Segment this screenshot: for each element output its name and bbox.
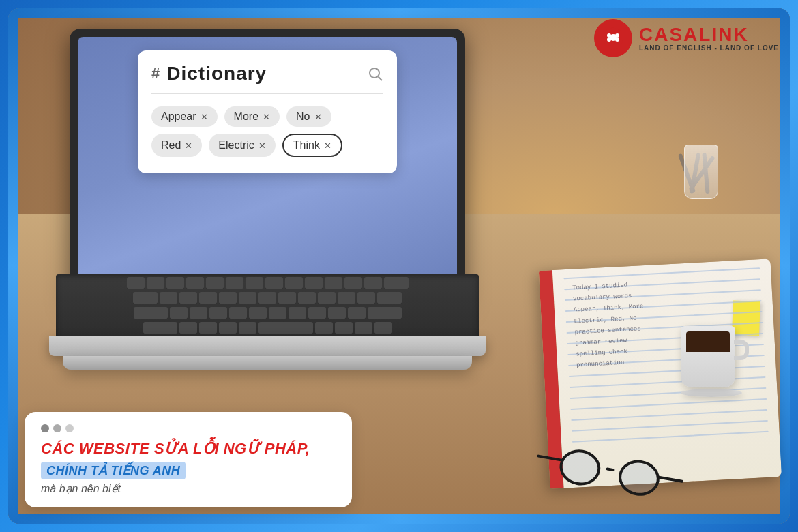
- svg-point-2: [615, 33, 619, 38]
- vase: [684, 145, 718, 199]
- tag-appear[interactable]: Appear ✕: [151, 106, 218, 127]
- kb-key: [269, 307, 286, 319]
- tags-area: Appear ✕ More ✕ No ✕: [151, 106, 383, 157]
- cup-coffee: [686, 331, 730, 352]
- kb-key: [305, 277, 323, 289]
- kb-key: [285, 277, 303, 289]
- dictionary-box: # Dictionary Appear ✕: [138, 50, 397, 173]
- tag-no[interactable]: No ✕: [286, 106, 331, 127]
- dot-3: [65, 424, 74, 432]
- tag-electric[interactable]: Electric ✕: [209, 134, 275, 157]
- tag-think[interactable]: Think ✕: [282, 134, 342, 157]
- kb-key: [209, 307, 227, 319]
- svg-line-6: [379, 77, 383, 81]
- kb-key: [186, 277, 204, 289]
- kb-key: [219, 322, 237, 334]
- kb-key: [170, 307, 188, 319]
- search-row: # Dictionary: [151, 63, 383, 94]
- kb-key: [239, 322, 256, 334]
- hash-icon: #: [151, 65, 160, 83]
- kb-key: [278, 292, 296, 304]
- logo-text-area: CASALINK LAND OF ENGLISH - LAND OF LOVE: [639, 25, 779, 52]
- coffee-cup: [681, 326, 742, 401]
- kb-key: [199, 322, 217, 334]
- kb-key: [239, 292, 256, 304]
- kb-key: [355, 322, 372, 334]
- kb-key: [258, 292, 276, 304]
- tag-no-close[interactable]: ✕: [314, 112, 322, 122]
- tag-more[interactable]: More ✕: [224, 106, 280, 127]
- dictionary-title: Dictionary: [166, 63, 360, 85]
- kb-key: [127, 277, 145, 289]
- kb-key: [338, 292, 355, 304]
- inner-container: CASALINK LAND OF ENGLISH - LAND OF LOVE …: [8, 8, 790, 524]
- kb-key: [226, 277, 243, 289]
- cup-saucer: [681, 389, 742, 397]
- brand-name: CASALINK: [639, 25, 779, 44]
- cup-body: [681, 326, 735, 387]
- kb-key: [289, 307, 306, 319]
- laptop-bottom: [63, 356, 472, 370]
- kb-key: [166, 277, 184, 289]
- kb-key: [134, 307, 168, 319]
- tag-think-label: Think: [293, 139, 320, 151]
- border-top: [8, 8, 790, 18]
- search-icon: [367, 65, 383, 82]
- kb-key: [315, 322, 333, 334]
- dots-row: [41, 424, 336, 432]
- kb-key: [133, 292, 158, 304]
- svg-point-3: [607, 38, 611, 42]
- dot-1: [41, 424, 49, 432]
- kb-key: [384, 277, 409, 289]
- kb-key: [368, 307, 402, 319]
- kb-key: [179, 292, 197, 304]
- laptop-screen: # Dictionary Appear ✕: [78, 37, 457, 293]
- kb-key: [249, 307, 267, 319]
- outer-border: CASALINK LAND OF ENGLISH - LAND OF LOVE …: [0, 0, 798, 532]
- kb-key: [377, 292, 402, 304]
- tag-more-close[interactable]: ✕: [263, 112, 270, 122]
- tag-more-label: More: [234, 110, 258, 123]
- notebook-line: [572, 420, 768, 432]
- laptop: # Dictionary Appear ✕: [49, 29, 499, 411]
- kb-key: [344, 277, 362, 289]
- tag-electric-label: Electric: [218, 139, 254, 151]
- tag-red[interactable]: Red ✕: [151, 134, 202, 157]
- kb-key: [348, 307, 366, 319]
- svg-point-1: [607, 33, 611, 38]
- logo-shield-icon: [594, 19, 632, 57]
- svg-point-4: [615, 38, 619, 42]
- caption-box: CÁC WEBSITE SỬA LỖI NGỮ PHÁP, CHÍNH TẢ T…: [25, 412, 352, 507]
- svg-point-5: [370, 68, 379, 78]
- tag-appear-label: Appear: [161, 110, 196, 123]
- caption-line1: CÁC WEBSITE SỬA LỖI NGỮ PHÁP,: [41, 439, 336, 459]
- tag-think-close[interactable]: ✕: [324, 141, 331, 151]
- dot-2: [53, 424, 61, 432]
- kb-key: [374, 322, 392, 334]
- glasses-bridge: [606, 467, 615, 471]
- glass-lens-left: [557, 447, 603, 489]
- border-right: [780, 8, 790, 524]
- kb-key: [179, 322, 197, 334]
- tag-red-label: Red: [161, 139, 181, 151]
- notebook-line: [572, 431, 769, 443]
- kb-key: [335, 322, 353, 334]
- border-bottom: [8, 514, 790, 524]
- tag-electric-close[interactable]: ✕: [258, 141, 266, 151]
- caption-line2: CHÍNH TẢ TIẾNG ANH: [41, 462, 186, 479]
- kb-key: [328, 307, 346, 319]
- tag-red-close[interactable]: ✕: [185, 141, 192, 151]
- caption-line3: mà bạn nên biết: [41, 482, 336, 495]
- kb-key: [318, 292, 336, 304]
- kb-key: [206, 277, 224, 289]
- kb-key: [298, 292, 316, 304]
- laptop-screen-outer: # Dictionary Appear ✕: [70, 29, 465, 301]
- tag-appear-close[interactable]: ✕: [201, 112, 208, 122]
- kb-key: [147, 277, 164, 289]
- kb-key: [190, 307, 207, 319]
- kb-key: [246, 277, 263, 289]
- casalink-logo: CASALINK LAND OF ENGLISH - LAND OF LOVE: [594, 19, 779, 57]
- kb-key: [199, 292, 217, 304]
- kb-key: [325, 277, 342, 289]
- kb-key: [219, 292, 237, 304]
